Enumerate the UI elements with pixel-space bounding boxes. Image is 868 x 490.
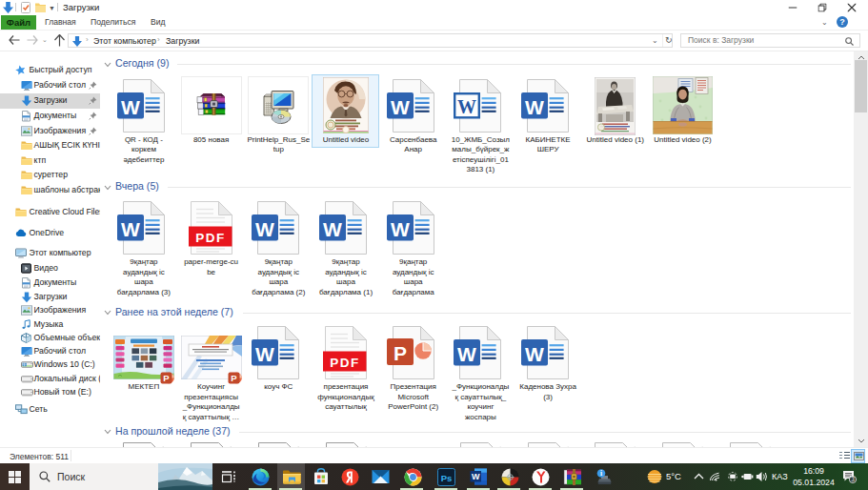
svg-text:PDF: PDF <box>330 356 360 370</box>
svg-text:W: W <box>457 343 476 365</box>
svg-text:W: W <box>391 96 410 118</box>
svg-text:W: W <box>457 96 476 117</box>
svg-text:W: W <box>391 217 410 239</box>
svg-text:i: i <box>599 469 601 478</box>
svg-text:3: 3 <box>851 476 855 482</box>
svg-text:W: W <box>255 217 274 239</box>
svg-text:W: W <box>323 217 342 239</box>
svg-text:W: W <box>472 472 480 481</box>
svg-text:W: W <box>525 96 544 118</box>
svg-text:W: W <box>255 343 274 365</box>
svg-text:W: W <box>525 343 544 365</box>
svg-text:W: W <box>121 96 140 118</box>
svg-text:W: W <box>121 217 140 239</box>
svg-text:PDF: PDF <box>195 230 226 244</box>
svg-text:Ps: Ps <box>441 472 453 482</box>
svg-text:P: P <box>394 342 407 364</box>
